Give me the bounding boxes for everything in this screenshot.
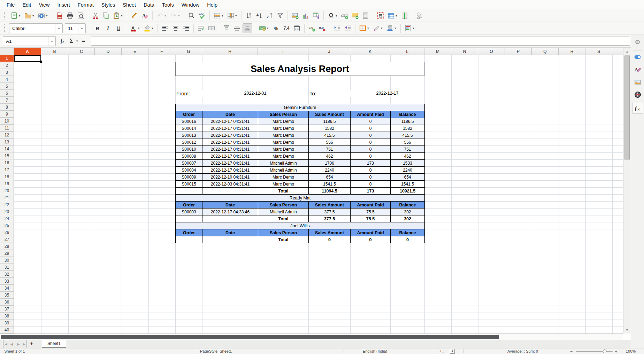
cell[interactable] bbox=[202, 215, 258, 222]
column-header-cell[interactable]: Order bbox=[176, 202, 202, 209]
column-header-I[interactable]: I bbox=[258, 48, 308, 55]
cut-button[interactable] bbox=[91, 11, 100, 21]
menu-file[interactable]: File bbox=[3, 0, 18, 9]
column-header-K[interactable]: K bbox=[350, 48, 390, 55]
cell[interactable]: 415.5 bbox=[309, 132, 351, 139]
row-header-30[interactable]: 30 bbox=[0, 257, 14, 264]
column-header-cell[interactable]: Sales Amount bbox=[309, 229, 351, 236]
cell[interactable]: Marc Demo bbox=[258, 125, 309, 132]
column-header-H[interactable]: H bbox=[202, 48, 258, 55]
cell[interactable]: 2022-12-17 04:31:41 bbox=[202, 118, 258, 125]
align-bottom-button[interactable] bbox=[243, 23, 252, 33]
cell[interactable]: S00009 bbox=[176, 174, 202, 181]
sort-ascending-button[interactable]: A bbox=[254, 11, 264, 21]
column-header-cell[interactable]: Sales Amount bbox=[309, 202, 351, 209]
open-button[interactable]: ▾ bbox=[23, 11, 36, 21]
cell[interactable]: Marc Demo bbox=[258, 181, 309, 188]
border-style-button[interactable]: ▾ bbox=[371, 23, 384, 33]
chevron-down-icon[interactable]: ▾ bbox=[367, 26, 370, 30]
chevron-down-icon[interactable]: ▾ bbox=[178, 14, 181, 17]
spelling-button[interactable]: abc bbox=[197, 11, 207, 21]
cell[interactable]: 1541.5 bbox=[391, 181, 425, 188]
cell[interactable]: Mitchell Admin bbox=[258, 160, 309, 167]
pivot-table-button[interactable] bbox=[311, 11, 321, 21]
menu-insert[interactable]: Insert bbox=[54, 0, 74, 9]
cell[interactable]: Marc Demo bbox=[258, 153, 309, 160]
cell[interactable]: 1541.5 bbox=[309, 181, 351, 188]
row-header-36[interactable]: 36 bbox=[0, 299, 14, 306]
last-sheet-icon[interactable]: ▶ bbox=[22, 340, 27, 348]
total-value[interactable]: 173 bbox=[351, 188, 391, 195]
navigator-button[interactable] bbox=[632, 90, 643, 101]
row-header-39[interactable]: 39 bbox=[0, 320, 14, 327]
column-header-L[interactable]: L bbox=[390, 48, 424, 55]
fill-handle[interactable] bbox=[40, 61, 42, 63]
autofilter-button[interactable] bbox=[275, 11, 285, 21]
row-header-19[interactable]: 19 bbox=[0, 180, 14, 187]
cell[interactable]: 2240 bbox=[309, 167, 351, 174]
toolbar-grip[interactable] bbox=[4, 12, 7, 19]
cell[interactable]: Marc Demo bbox=[258, 118, 309, 125]
column-header-cell[interactable]: Order bbox=[176, 111, 202, 118]
cell[interactable] bbox=[202, 236, 258, 243]
next-sheet-icon[interactable]: ▶ bbox=[15, 340, 22, 348]
column-header-F[interactable]: F bbox=[148, 48, 175, 55]
zoom-level[interactable]: 100% bbox=[626, 348, 636, 354]
italic-button[interactable]: I bbox=[103, 23, 113, 33]
special-character-button[interactable]: Ω▾ bbox=[326, 11, 339, 21]
cell[interactable] bbox=[202, 188, 258, 195]
row-header-31[interactable]: 31 bbox=[0, 264, 14, 271]
find-replace-button[interactable] bbox=[187, 11, 197, 21]
vertical-scrollbar[interactable]: ▲ ▼ bbox=[623, 48, 631, 333]
cell[interactable]: 0 bbox=[351, 167, 391, 174]
row-header-16[interactable]: 16 bbox=[0, 159, 14, 166]
align-center-button[interactable] bbox=[171, 23, 181, 33]
insert-row-button[interactable]: ▾ bbox=[212, 11, 225, 21]
row-header-4[interactable]: 4 bbox=[0, 76, 14, 83]
sort-button[interactable] bbox=[244, 11, 254, 21]
cell[interactable]: 1533 bbox=[391, 160, 425, 167]
cell[interactable]: Marc Demo bbox=[258, 146, 309, 153]
zoom-slider-thumb[interactable] bbox=[603, 349, 607, 353]
row-header-40[interactable]: 40 bbox=[0, 327, 14, 333]
row-header-6[interactable]: 6 bbox=[0, 90, 14, 97]
cell[interactable] bbox=[176, 188, 202, 195]
row-header-28[interactable]: 28 bbox=[0, 243, 14, 250]
insert-comment-button[interactable] bbox=[350, 11, 360, 21]
column-header-R[interactable]: R bbox=[559, 48, 585, 55]
vertical-scrollbar-thumb[interactable] bbox=[624, 55, 630, 160]
insert-image-button[interactable] bbox=[290, 11, 300, 21]
cell[interactable]: 302 bbox=[391, 209, 425, 215]
cell[interactable]: 556 bbox=[391, 139, 425, 146]
chevron-down-icon[interactable]: ▾ bbox=[413, 26, 415, 30]
function-wizard-button[interactable]: fx bbox=[58, 37, 67, 46]
styles-button[interactable]: A bbox=[632, 65, 643, 76]
font-name-combo[interactable]: Calibri ▾ bbox=[9, 23, 63, 33]
cell[interactable]: 2240 bbox=[391, 167, 425, 174]
menu-view[interactable]: View bbox=[35, 0, 53, 9]
row-header-7[interactable]: 7 bbox=[0, 97, 14, 104]
row-header-13[interactable]: 13 bbox=[0, 139, 14, 145]
total-value[interactable]: 377.5 bbox=[309, 215, 351, 222]
row-header-27[interactable]: 27 bbox=[0, 236, 14, 243]
language-status[interactable]: English (India) bbox=[347, 348, 403, 354]
insert-hyperlink-button[interactable] bbox=[340, 11, 350, 21]
menu-tools[interactable]: Tools bbox=[158, 0, 178, 9]
paste-button[interactable]: ▾ bbox=[112, 11, 124, 21]
freeze-panes-button[interactable]: ▾ bbox=[386, 11, 399, 21]
chevron-down-icon[interactable]: ▾ bbox=[381, 26, 384, 30]
column-header-M[interactable]: M bbox=[424, 48, 451, 55]
report-title[interactable]: Sales Analysis Report bbox=[175, 62, 424, 76]
borders-button[interactable]: ▾ bbox=[358, 23, 371, 33]
column-header-J[interactable]: J bbox=[308, 48, 350, 55]
sheet-tab-sheet1[interactable]: Sheet1 bbox=[42, 340, 66, 348]
horizontal-scrollbar[interactable] bbox=[0, 333, 623, 340]
row-header-15[interactable]: 15 bbox=[0, 152, 14, 159]
column-header-E[interactable]: E bbox=[122, 48, 148, 55]
gallery-button[interactable] bbox=[632, 78, 643, 88]
cell[interactable]: 1706 bbox=[309, 160, 351, 167]
align-right-button[interactable] bbox=[181, 23, 191, 33]
functions-button[interactable]: f(x) bbox=[632, 103, 643, 114]
delete-decimal-button[interactable]: 0.0 bbox=[317, 23, 327, 33]
menu-help[interactable]: Help bbox=[203, 0, 221, 9]
